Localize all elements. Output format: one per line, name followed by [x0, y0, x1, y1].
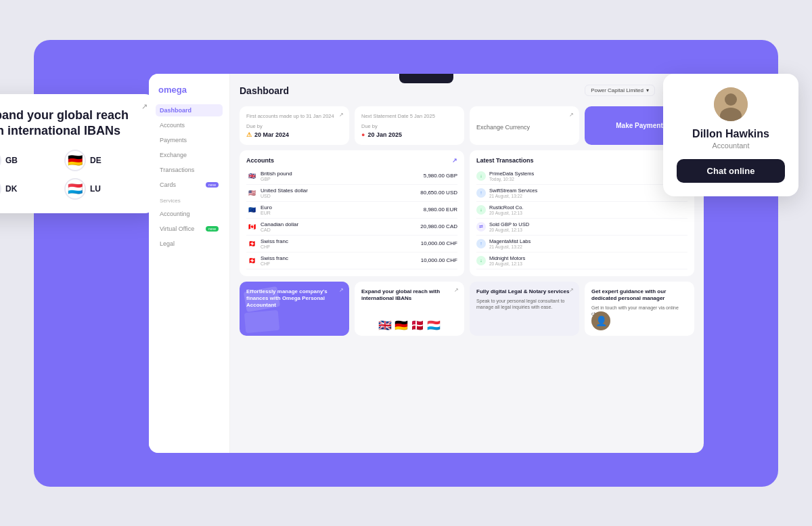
summary-card-2: Next Statement Date 5 Jan 2025 Due by ● …	[355, 106, 464, 145]
tx-row-6[interactable]: ↓ Midnight Motors 20 August, 12:13	[476, 253, 687, 269]
float-left-title: Expand your global reach with internatio…	[0, 108, 142, 139]
account-amount-chf1: 10,000.00 CHF	[421, 240, 457, 246]
flag-gb-icon: 🇬🇧	[0, 150, 1, 171]
logo: omega	[156, 85, 223, 95]
tx-row-4[interactable]: ⇄ Sold GBP to USD 20 August, 12:13	[476, 219, 687, 236]
accounts-transactions-row: Accounts ↗ 🇬🇧 British pound GBP 5,980.00	[240, 150, 694, 276]
tx-row-5[interactable]: ↑ MagentaMist Labs 21 August, 13:22	[476, 236, 687, 253]
flag-item-lu: 🇱🇺 LU	[64, 178, 142, 200]
advisor-avatar-svg	[714, 87, 748, 121]
card1-label: First accounts made up to 31 Jan 2024	[246, 113, 342, 119]
sidebar-item-accounting[interactable]: Accounting	[156, 208, 223, 220]
account-code-gbp: GBP	[261, 177, 424, 181]
chat-online-button[interactable]: Chat online	[677, 159, 785, 183]
iban-flags-decoration: 🇬🇧 🇩🇪 🇩🇰 🇱🇺	[355, 319, 464, 332]
sidebar-item-accounts[interactable]: Accounts	[156, 119, 223, 131]
card2-date: ● 20 Jan 2025	[361, 131, 457, 138]
chevron-down-icon: ▾	[646, 87, 649, 93]
account-code-chf2: CHF	[261, 261, 421, 266]
flag-icon-chf2: 🇨🇭	[246, 255, 257, 266]
flag-icon-chf1: 🇨🇭	[246, 238, 257, 249]
expand-icon-f3[interactable]: ↗	[569, 287, 574, 293]
summary-card-1: First accounts made up to 31 Jan 2024 Du…	[240, 106, 349, 145]
tx-name-1: PrimeData Systems	[489, 171, 687, 177]
sidebar-item-virtual-office[interactable]: Virtual Office new	[156, 223, 223, 235]
account-code-cad: CAD	[261, 227, 420, 232]
tx-row-2[interactable]: ↑ SwiftStream Services 21 August, 13:22	[476, 185, 687, 202]
card1-date: ⚠ 20 Mar 2024	[246, 131, 342, 138]
tx-name-6: Midnight Motors	[489, 255, 687, 261]
flag-dk-icon: 🇩🇰	[0, 178, 1, 200]
flag-de-icon: 🇩🇪	[64, 150, 86, 171]
monitor-notch	[399, 74, 453, 83]
feature-card-manager[interactable]: Get expert guidance with our dedicated p…	[585, 282, 694, 336]
account-info-chf2: Swiss franc CHF	[261, 255, 421, 266]
make-payment-label: Make Payment	[616, 122, 662, 129]
flag-lu-icon: 🇱🇺	[64, 178, 86, 200]
feature-cards-row: ↗ Effortlessly manage company's finances…	[240, 282, 694, 336]
sidebar-item-cards[interactable]: Cards new	[156, 179, 223, 191]
svg-point-1	[725, 93, 737, 106]
flag-item-dk: 🇩🇰 DK	[0, 178, 58, 200]
tx-name-4: Sold GBP to USD	[489, 221, 687, 227]
account-row-usd[interactable]: 🇺🇸 United States dollar USD 80,650.00 US…	[246, 185, 457, 202]
virtual-office-badge: new	[206, 226, 219, 232]
screen: omega Dashboard Accounts Payments Exchan…	[149, 74, 704, 453]
account-row-chf1[interactable]: 🇨🇭 Swiss franc CHF 10,000.00 CHF	[246, 236, 457, 253]
expand-icon-left[interactable]: ↗	[141, 102, 148, 111]
sidebar-item-transactions[interactable]: Transactions	[156, 164, 223, 176]
flag-gb-label: GB	[5, 156, 18, 165]
exchange-currency-card[interactable]: ↗ Exchange Currency	[470, 106, 579, 145]
account-name-chf1: Swiss franc	[261, 238, 421, 244]
float-card-advisor: Dillon Hawkins Accountant Chat online	[663, 74, 798, 196]
feature-card-iban[interactable]: ↗ Expand your global reach with internat…	[355, 282, 464, 336]
feature-card-legal[interactable]: ↗ Fully digital Legal & Notary services …	[470, 282, 579, 336]
company-selector[interactable]: Power Capital Limited ▾	[585, 85, 655, 96]
expand-icon-card1[interactable]: ↗	[339, 112, 344, 118]
exchange-currency-label: Exchange Currency	[476, 124, 572, 131]
manager-avatar-small: 👤	[591, 311, 610, 330]
flag-icon-gbp: 🇬🇧	[246, 171, 257, 181]
sidebar: omega Dashboard Accounts Payments Exchan…	[149, 74, 230, 453]
accounts-arrow-icon[interactable]: ↗	[452, 157, 457, 164]
transactions-title: Latest Transactions	[476, 157, 687, 164]
summary-cards-row: First accounts made up to 31 Jan 2024 Du…	[240, 106, 694, 145]
main-content: Dashboard Power Capital Limited ▾ 🔔 AL	[230, 74, 704, 453]
sidebar-item-legal[interactable]: Legal	[156, 238, 223, 250]
account-row-gbp[interactable]: 🇬🇧 British pound GBP 5,980.00 GBP	[246, 168, 457, 185]
tx-name-3: RusticRoot Co.	[489, 204, 687, 211]
feature-title-2: Expand your global reach with internatio…	[361, 288, 457, 303]
sidebar-item-payments[interactable]: Payments	[156, 134, 223, 146]
flag-dk-label: DK	[5, 184, 17, 194]
tx-info-4: Sold GBP to USD 20 August, 12:13	[489, 221, 687, 232]
tx-row-1[interactable]: ↓ PrimeData Systems Today, 10:32	[476, 168, 687, 185]
account-row-cad[interactable]: 🇨🇦 Canadian dollar CAD 20,980.00 CAD	[246, 219, 457, 236]
advisor-name: Dillon Hawkins	[677, 128, 785, 140]
tx-info-1: PrimeData Systems Today, 10:32	[489, 171, 687, 181]
account-amount-cad: 20,980.00 CAD	[420, 223, 457, 229]
expand-icon-f2[interactable]: ↗	[454, 287, 459, 293]
account-code-chf1: CHF	[261, 244, 421, 249]
sidebar-item-dashboard[interactable]: Dashboard	[156, 104, 223, 116]
feature-title-4: Get expert guidance with our dedicated p…	[591, 288, 687, 303]
account-info-gbp: British pound GBP	[261, 171, 424, 181]
tx-date-3: 20 August, 12:13	[489, 211, 687, 215]
sidebar-item-exchange[interactable]: Exchange	[156, 149, 223, 161]
feature-desc-3: Speak to your personal legal consultant …	[476, 298, 572, 310]
card2-due: Due by	[361, 123, 457, 129]
account-name-chf2: Swiss franc	[261, 255, 421, 261]
tx-row-3[interactable]: ↓ RusticRoot Co. 20 August, 12:13	[476, 202, 687, 219]
account-row-eur[interactable]: 🇪🇺 Euro EUR 8,980.00 EUR	[246, 202, 457, 219]
account-name-usd: United States dollar	[261, 188, 420, 194]
account-name-gbp: British pound	[261, 171, 424, 177]
feature-card-accountant[interactable]: ↗ Effortlessly manage company's finances…	[240, 282, 349, 336]
outer-background: ↗ Expand your global reach with internat…	[34, 40, 778, 487]
warning-icon: ⚠	[246, 131, 252, 138]
expand-icon-exchange[interactable]: ↗	[569, 112, 574, 118]
account-row-chf2[interactable]: 🇨🇭 Swiss franc CHF 10,000.00 CHF	[246, 253, 457, 269]
sidebar-section-services: Services	[156, 194, 223, 205]
tx-date-5: 21 August, 13:22	[489, 244, 687, 249]
expand-icon-f1[interactable]: ↗	[339, 287, 344, 293]
accounts-table: 🇬🇧 British pound GBP 5,980.00 GBP 🇺🇸	[246, 168, 457, 269]
card1-due: Due by	[246, 123, 342, 129]
